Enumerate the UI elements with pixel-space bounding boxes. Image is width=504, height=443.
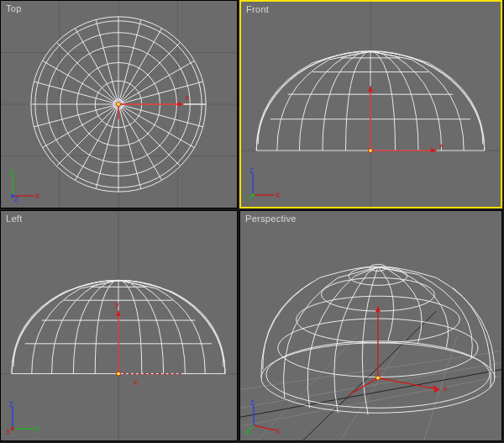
svg-point-44 [369,149,373,153]
svg-line-88 [378,378,439,390]
svg-marker-92 [375,306,381,312]
viewport-top-canvas: x [1,1,237,208]
viewport-front-canvas: x [241,2,501,207]
svg-point-64 [117,372,121,376]
svg-point-29 [117,103,121,107]
svg-marker-63 [116,310,121,316]
svg-text:x: x [134,377,138,387]
viewport-grid: Top [0,0,504,443]
viewport-perspective-canvas: x [240,211,501,440]
viewport-top[interactable]: Top [0,0,238,208]
viewport-left[interactable]: Left [0,210,238,441]
svg-point-93 [375,376,380,380]
svg-point-85 [321,277,434,311]
svg-text:y: y [115,299,119,309]
svg-marker-43 [368,86,373,92]
svg-line-89 [349,378,378,395]
svg-line-80 [303,311,437,440]
viewport-front[interactable]: Front [239,0,502,208]
svg-marker-42 [431,148,437,153]
svg-text:x: x [439,140,444,150]
svg-marker-28 [177,102,183,107]
svg-text:x: x [443,383,447,393]
svg-line-78 [424,336,458,440]
svg-line-76 [257,336,357,440]
svg-marker-91 [433,384,439,393]
axis-label-x-center: x [185,92,189,102]
viewport-perspective[interactable]: Perspective [239,210,502,441]
viewport-left-canvas: y x [1,211,237,440]
